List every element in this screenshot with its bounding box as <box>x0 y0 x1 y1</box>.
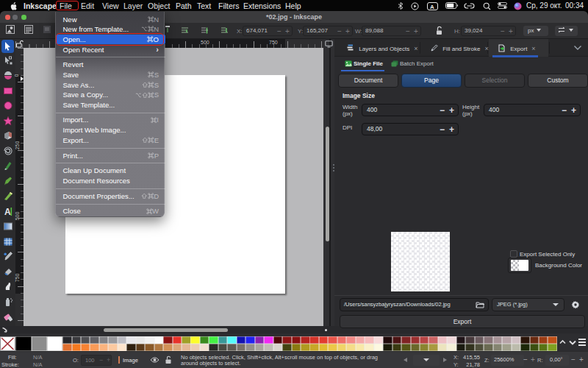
svg-text:A: A <box>430 3 434 10</box>
svg-text:A: A <box>4 207 11 216</box>
